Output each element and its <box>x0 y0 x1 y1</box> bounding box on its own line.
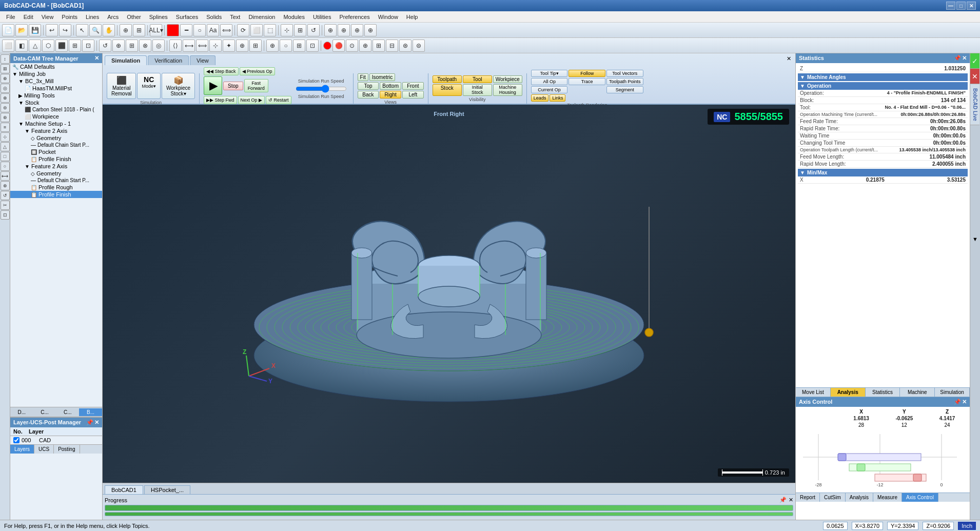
nc-mode-button[interactable]: NC Mode▾ <box>137 73 161 99</box>
select-button[interactable]: ↖ <box>76 24 88 36</box>
left-tab-layers[interactable]: Layers <box>10 445 34 454</box>
trace-button[interactable]: Trace <box>569 78 605 85</box>
tree-tab-d[interactable]: D... <box>10 408 33 416</box>
segment-button[interactable]: Segment <box>606 86 643 93</box>
menu-splines[interactable]: Splines <box>145 13 172 21</box>
mirror-button[interactable]: ⬜ <box>250 24 263 36</box>
menu-text[interactable]: Text <box>226 13 244 21</box>
undo-button[interactable]: ↩ <box>46 24 58 36</box>
menu-points[interactable]: Points <box>57 13 82 21</box>
tree-carbon-steel[interactable]: ⬛ Carbon Steel 1018 - Plain ( <box>10 106 102 113</box>
tb2-31[interactable]: ⊜ <box>413 40 425 52</box>
tree-haas[interactable]: 📄 HaasTM.MillPst <box>10 85 102 92</box>
tb2-27[interactable]: ⊕ <box>359 40 371 52</box>
bottom-tab-measure[interactable]: Measure <box>873 493 902 502</box>
tb2-14[interactable]: ⟷ <box>183 40 195 52</box>
tb2-29[interactable]: ⊟ <box>386 40 398 52</box>
toolpath-vis-button[interactable]: Toolpath <box>433 75 462 83</box>
side-icon-2[interactable]: ⊞ <box>1 64 10 73</box>
tb2-17[interactable]: ✦ <box>223 40 235 52</box>
side-icon-5[interactable]: ⊗ <box>1 93 10 103</box>
bottom-tab-axis-control[interactable]: Axis Control <box>902 493 938 502</box>
sim-tab-view[interactable]: View <box>190 55 215 65</box>
operation-section[interactable]: ▼ Operation <box>798 82 968 90</box>
stats-tab-machine[interactable]: Machine <box>900 388 935 397</box>
refresh-button[interactable]: ↺ <box>307 24 320 36</box>
stats-tab-movelist[interactable]: Move List <box>796 388 831 397</box>
tb2-26[interactable]: ⊙ <box>346 40 358 52</box>
side-icon-4[interactable]: ◎ <box>1 84 10 93</box>
bottom-tab-report[interactable]: Report <box>796 493 820 502</box>
tree-milling-job[interactable]: ▼ Milling Job <box>10 70 102 77</box>
tb2-24[interactable] <box>323 42 331 50</box>
tree-profile-finish-selected[interactable]: 📋 Profile Finish <box>10 191 102 198</box>
isometric-button[interactable]: Isometric <box>369 73 396 81</box>
restart-button[interactable]: ↺ Restart <box>266 96 291 104</box>
menu-modules[interactable]: Modules <box>279 13 309 21</box>
bottom-button[interactable]: Bottom <box>380 82 401 90</box>
menu-utilities[interactable]: Utilities <box>309 13 335 21</box>
side-icon-1[interactable]: ↕ <box>1 54 10 64</box>
run-button[interactable]: ▶ <box>204 76 222 95</box>
tree-machine-setup[interactable]: ▼ Machine Setup - 1 <box>10 120 102 127</box>
menu-other[interactable]: Other <box>123 13 145 21</box>
tool-tip-button[interactable]: Tool Tip▾ <box>531 70 568 77</box>
dim-button[interactable]: ⟺ <box>220 24 232 36</box>
tb2-23[interactable]: ⊡ <box>306 40 319 52</box>
scale3d-button[interactable]: ⬚ <box>264 24 276 36</box>
machine-angles-section[interactable]: ▼ Machine Angles <box>798 73 968 81</box>
copy-button[interactable]: ⊞ <box>294 24 306 36</box>
t2-button[interactable]: ⊕ <box>338 24 350 36</box>
side-icon-15[interactable]: ↺ <box>1 191 10 200</box>
zoom-button[interactable]: 🔍 <box>89 24 102 36</box>
tool-vis-button[interactable]: Tool <box>463 75 492 83</box>
side-icon-10[interactable]: △ <box>1 142 10 151</box>
tree-default-chain-1[interactable]: — Default Chain Start P... <box>10 142 102 148</box>
toolpath-points-button[interactable]: Toolpath Points <box>606 78 643 85</box>
menu-surfaces[interactable]: Surfaces <box>172 13 202 21</box>
tool-vectors-button[interactable]: Tool Vectors <box>606 70 643 77</box>
tb2-20[interactable]: ⊕ <box>266 40 279 52</box>
grid-button[interactable]: ⊞ <box>133 24 145 36</box>
fast-forward-button[interactable]: FastForward <box>244 79 268 92</box>
all-button[interactable]: ALL▾ <box>150 24 162 36</box>
tb2-3[interactable]: △ <box>29 40 41 52</box>
side-icon-17[interactable]: ⊡ <box>1 210 10 220</box>
sim-toolbar-close[interactable]: ✕ <box>787 55 793 65</box>
axis-close[interactable]: ✕ <box>962 399 967 405</box>
tb2-12[interactable]: ◎ <box>152 40 165 52</box>
workpiece-stock-button[interactable]: 📦 WorkpieceStock▾ <box>162 73 195 99</box>
tree-default-chain-2[interactable]: — Default Chain Start P... <box>10 177 102 184</box>
left-tab-ucs[interactable]: UCS <box>34 445 54 454</box>
tb2-22[interactable]: ⊞ <box>293 40 305 52</box>
tree-tab-c2[interactable]: C... <box>56 408 80 416</box>
t4-button[interactable]: ⊕ <box>364 24 377 36</box>
tree-geometry-1[interactable]: ◇ Geometry <box>10 134 102 142</box>
stats-tab-simulation[interactable]: Simulation <box>935 388 970 397</box>
tb2-2[interactable]: ◧ <box>15 40 28 52</box>
redo-button[interactable]: ↪ <box>59 24 71 36</box>
menu-dimension[interactable]: Dimension <box>244 13 279 21</box>
material-removal-button[interactable]: ⬛ MaterialRemoval <box>107 73 136 99</box>
menu-view[interactable]: View <box>37 13 58 21</box>
cam-tree-close[interactable]: ✕ <box>94 55 99 62</box>
tree-pocket[interactable]: 🔲 Pocket <box>10 148 102 155</box>
stats-tab-statistics[interactable]: Statistics <box>866 388 900 397</box>
tree-feature-2axis-1[interactable]: ▼ Feature 2 Axis <box>10 127 102 134</box>
tb2-25[interactable]: 🔴 <box>332 40 345 52</box>
tb2-13[interactable]: ⟨⟩ <box>169 40 182 52</box>
menu-lines[interactable]: Lines <box>82 13 103 21</box>
side-icon-8[interactable]: ≡ <box>1 123 10 132</box>
tb2-30[interactable]: ⊛ <box>399 40 411 52</box>
tb2-9[interactable]: ⊕ <box>112 40 125 52</box>
tree-milling-tools[interactable]: ▶ Milling Tools <box>10 92 102 99</box>
machine-housing-vis-button[interactable]: MachineHousing <box>493 84 522 96</box>
maximize-button[interactable]: □ <box>956 2 966 10</box>
save-button[interactable]: 💾 <box>29 24 41 36</box>
tb2-15[interactable]: ⟺ <box>196 40 208 52</box>
menu-arcs[interactable]: Arcs <box>103 13 123 21</box>
pan-button[interactable]: ✋ <box>103 24 115 36</box>
tree-bc3x[interactable]: ▼ BC_3x_Mill <box>10 77 102 85</box>
progress-close[interactable]: ✕ <box>789 497 793 503</box>
tb2-19[interactable]: ⊞ <box>249 40 262 52</box>
